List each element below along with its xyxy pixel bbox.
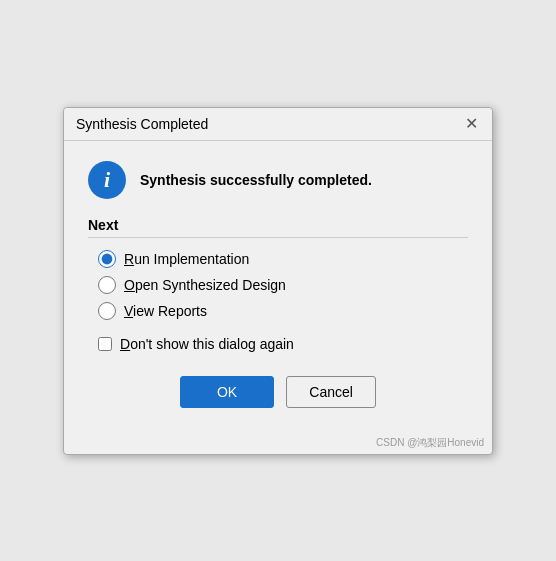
radio-run-implementation-input[interactable] — [98, 250, 116, 268]
radio-open-synthesized-design-input[interactable] — [98, 276, 116, 294]
radio-open-synthesized-design[interactable]: Open Synthesized Design — [98, 276, 468, 294]
dialog-body: i Synthesis successfully completed. Next… — [64, 141, 492, 432]
close-button[interactable]: ✕ — [463, 116, 480, 132]
dialog: Synthesis Completed ✕ i Synthesis succes… — [63, 107, 493, 455]
radio-group: Run Implementation Open Synthesized Desi… — [98, 250, 468, 320]
backdrop: Synthesis Completed ✕ i Synthesis succes… — [0, 0, 556, 561]
divider — [88, 237, 468, 238]
radio-run-implementation-label: Run Implementation — [124, 251, 249, 267]
dialog-title: Synthesis Completed — [76, 116, 208, 132]
title-bar: Synthesis Completed ✕ — [64, 108, 492, 141]
next-label: Next — [88, 217, 468, 233]
radio-view-reports[interactable]: View Reports — [98, 302, 468, 320]
radio-view-reports-input[interactable] — [98, 302, 116, 320]
cancel-button[interactable]: Cancel — [286, 376, 376, 408]
dont-show-row[interactable]: Don't show this dialog again — [98, 336, 468, 352]
radio-view-reports-label: View Reports — [124, 303, 207, 319]
next-section: Next Run Implementation Open Synthesized… — [88, 217, 468, 320]
radio-open-synthesized-design-label: Open Synthesized Design — [124, 277, 286, 293]
dont-show-checkbox[interactable] — [98, 337, 112, 351]
info-message: Synthesis successfully completed. — [140, 172, 372, 188]
info-icon-letter: i — [104, 169, 110, 191]
info-icon: i — [88, 161, 126, 199]
watermark: CSDN @鸿梨园Honevid — [64, 432, 492, 454]
info-row: i Synthesis successfully completed. — [88, 161, 468, 199]
radio-run-implementation[interactable]: Run Implementation — [98, 250, 468, 268]
button-row: OK Cancel — [88, 372, 468, 416]
ok-button[interactable]: OK — [180, 376, 274, 408]
dont-show-label: Don't show this dialog again — [120, 336, 294, 352]
